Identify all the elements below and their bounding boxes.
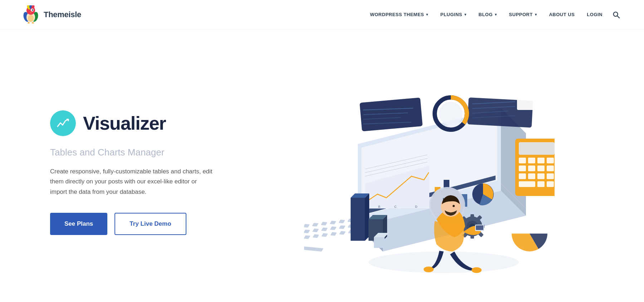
svg-rect-115 bbox=[476, 225, 483, 230]
hero-title-group: Visualizer bbox=[50, 110, 236, 136]
svg-rect-82 bbox=[519, 166, 526, 171]
svg-point-110 bbox=[472, 267, 482, 273]
logo-bird-icon bbox=[21, 5, 40, 24]
svg-rect-68 bbox=[517, 96, 535, 110]
svg-rect-92 bbox=[547, 181, 554, 187]
chevron-down-icon: ▾ bbox=[464, 13, 467, 16]
svg-rect-84 bbox=[537, 166, 545, 171]
svg-text:B: B bbox=[378, 205, 380, 208]
svg-text:D: D bbox=[415, 205, 418, 208]
svg-rect-18 bbox=[304, 224, 310, 227]
nav-item-support[interactable]: SUPPORT ▾ bbox=[504, 9, 542, 20]
svg-point-11 bbox=[28, 15, 34, 22]
svg-rect-45 bbox=[339, 231, 346, 235]
main-nav: WORDPRESS THEMES ▾ PLUGINS ▾ BLOG ▾ SUPP… bbox=[365, 8, 623, 21]
search-button[interactable] bbox=[610, 8, 623, 21]
svg-rect-90 bbox=[519, 181, 535, 187]
svg-rect-34 bbox=[339, 225, 345, 229]
svg-text:C: C bbox=[394, 205, 397, 208]
chevron-down-icon: ▾ bbox=[495, 13, 497, 16]
hero-content: Visualizer Tables and Charts Manager Cre… bbox=[50, 110, 236, 235]
illustration-svg: A B C D bbox=[304, 62, 555, 284]
svg-line-13 bbox=[617, 16, 619, 18]
svg-rect-91 bbox=[537, 181, 545, 187]
hero-illustration: A B C D bbox=[236, 51, 623, 294]
svg-rect-109 bbox=[374, 237, 385, 248]
hero-product-icon bbox=[50, 110, 76, 136]
see-plans-button[interactable]: See Plans bbox=[50, 213, 107, 235]
nav-item-login[interactable]: LOGIN bbox=[582, 9, 608, 20]
try-live-demo-button[interactable]: Try Live Demo bbox=[114, 213, 186, 235]
svg-rect-87 bbox=[528, 173, 535, 179]
svg-rect-21 bbox=[330, 221, 336, 224]
chevron-down-icon: ▾ bbox=[535, 13, 537, 16]
nav-item-about-us[interactable]: ABOUT US bbox=[544, 9, 580, 20]
svg-rect-41 bbox=[304, 235, 310, 239]
svg-rect-20 bbox=[321, 222, 327, 225]
svg-rect-43 bbox=[321, 233, 328, 237]
svg-rect-88 bbox=[537, 173, 545, 179]
nav-item-plugins[interactable]: PLUGINS ▾ bbox=[435, 9, 472, 20]
svg-rect-77 bbox=[519, 142, 555, 155]
logo-text: Themeisle bbox=[44, 10, 81, 19]
svg-rect-96 bbox=[470, 214, 474, 219]
svg-rect-78 bbox=[519, 158, 526, 163]
hero-section: Visualizer Tables and Charts Manager Cre… bbox=[0, 29, 644, 302]
hero-description: Create responsive, fully-customizable ta… bbox=[50, 167, 215, 197]
logo-link[interactable]: Themeisle bbox=[21, 5, 81, 24]
hero-title: Visualizer bbox=[83, 112, 166, 134]
nav-item-blog[interactable]: BLOG ▾ bbox=[474, 9, 502, 20]
svg-rect-107 bbox=[351, 198, 365, 241]
svg-rect-42 bbox=[313, 234, 319, 238]
svg-point-111 bbox=[424, 267, 434, 272]
svg-rect-85 bbox=[547, 166, 554, 171]
svg-rect-79 bbox=[528, 158, 535, 163]
svg-rect-44 bbox=[330, 232, 337, 236]
hero-cta-group: See Plans Try Live Demo bbox=[50, 213, 236, 235]
svg-rect-22 bbox=[338, 220, 345, 223]
isometric-illustration: A B C D bbox=[304, 62, 555, 284]
svg-rect-19 bbox=[312, 223, 318, 226]
chevron-down-icon: ▾ bbox=[426, 13, 428, 16]
svg-rect-83 bbox=[528, 166, 535, 171]
svg-point-9 bbox=[32, 9, 33, 11]
svg-rect-32 bbox=[321, 227, 327, 231]
svg-rect-33 bbox=[330, 226, 336, 230]
svg-rect-86 bbox=[519, 173, 526, 179]
svg-rect-81 bbox=[547, 158, 554, 163]
svg-rect-48 bbox=[304, 245, 323, 251]
chart-icon bbox=[56, 116, 70, 130]
svg-point-75 bbox=[439, 102, 463, 125]
svg-point-113 bbox=[453, 205, 455, 207]
site-header: Themeisle WORDPRESS THEMES ▾ PLUGINS ▾ B… bbox=[0, 0, 644, 29]
search-icon bbox=[612, 11, 620, 19]
nav-item-wordpress-themes[interactable]: WORDPRESS THEMES ▾ bbox=[365, 9, 433, 20]
svg-rect-31 bbox=[312, 229, 319, 232]
svg-point-14 bbox=[369, 251, 519, 273]
svg-point-10 bbox=[33, 9, 33, 10]
svg-rect-30 bbox=[304, 230, 310, 233]
svg-rect-89 bbox=[547, 173, 554, 179]
svg-rect-80 bbox=[537, 158, 545, 163]
hero-subtitle: Tables and Charts Manager bbox=[50, 147, 236, 158]
